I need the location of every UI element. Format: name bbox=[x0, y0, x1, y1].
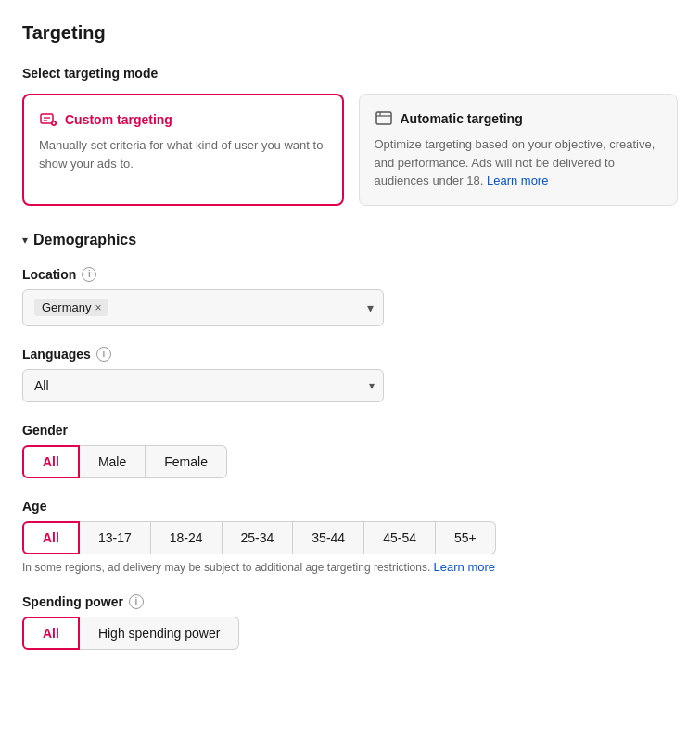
demographics-title: Demographics bbox=[33, 232, 136, 248]
age-hint: In some regions, ad delivery may be subj… bbox=[22, 560, 678, 574]
age-field: Age All 13-17 18-24 25-34 35-44 45-54 55… bbox=[22, 499, 678, 574]
custom-targeting-icon bbox=[39, 110, 57, 129]
age-25-34-button[interactable]: 25-34 bbox=[223, 521, 294, 554]
custom-targeting-card[interactable]: Custom targeting Manually set criteria f… bbox=[22, 94, 344, 206]
location-tag: Germany × bbox=[34, 299, 108, 316]
gender-field: Gender All Male Female bbox=[22, 423, 678, 478]
gender-options: All Male Female bbox=[22, 445, 678, 478]
auto-targeting-description: Optimize targeting based on your objecti… bbox=[375, 135, 663, 190]
age-45-54-button[interactable]: 45-54 bbox=[364, 521, 436, 554]
custom-card-header: Custom targeting bbox=[39, 110, 327, 129]
age-18-24-button[interactable]: 18-24 bbox=[151, 521, 223, 554]
age-35-44-button[interactable]: 35-44 bbox=[293, 521, 364, 554]
demographics-chevron-icon: ▾ bbox=[22, 234, 28, 247]
location-field: Location i Germany × ▾ bbox=[22, 267, 678, 326]
auto-card-header: Automatic targeting bbox=[375, 109, 663, 128]
languages-select-wrapper: All English German French Spanish ▾ bbox=[22, 369, 384, 402]
languages-label: Languages i bbox=[22, 347, 678, 362]
auto-targeting-learn-more[interactable]: Learn more bbox=[487, 173, 548, 187]
languages-select[interactable]: All English German French Spanish bbox=[22, 369, 384, 402]
spending-power-field: Spending power i All High spending power bbox=[22, 594, 678, 650]
custom-targeting-title: Custom targeting bbox=[65, 112, 172, 127]
age-options: All 13-17 18-24 25-34 35-44 45-54 55+ bbox=[22, 521, 678, 554]
demographics-section: ▾ Demographics Location i Germany × ▾ La… bbox=[22, 232, 678, 650]
targeting-modes-container: Custom targeting Manually set criteria f… bbox=[22, 94, 678, 206]
age-55-plus-button[interactable]: 55+ bbox=[436, 521, 496, 554]
languages-field: Languages i All English German French Sp… bbox=[22, 347, 678, 402]
languages-info-icon[interactable]: i bbox=[96, 347, 111, 362]
age-all-button[interactable]: All bbox=[22, 521, 80, 554]
age-learn-more[interactable]: Learn more bbox=[434, 560, 495, 574]
auto-targeting-icon bbox=[375, 109, 393, 128]
automatic-targeting-card[interactable]: Automatic targeting Optimize targeting b… bbox=[359, 94, 679, 206]
location-label: Location i bbox=[22, 267, 678, 282]
demographics-header[interactable]: ▾ Demographics bbox=[22, 232, 678, 248]
location-info-icon[interactable]: i bbox=[82, 267, 96, 282]
location-select[interactable]: Germany × ▾ bbox=[22, 289, 384, 326]
spending-high-button[interactable]: High spending power bbox=[80, 617, 240, 650]
page-title: Targeting bbox=[22, 22, 678, 44]
spending-all-button[interactable]: All bbox=[22, 617, 80, 650]
select-targeting-label: Select targeting mode bbox=[22, 66, 678, 81]
age-label: Age bbox=[22, 499, 678, 514]
age-13-17-button[interactable]: 13-17 bbox=[80, 521, 151, 554]
location-chevron-icon: ▾ bbox=[367, 300, 374, 315]
custom-targeting-description: Manually set criteria for what kind of u… bbox=[39, 136, 327, 172]
svg-rect-6 bbox=[376, 112, 391, 124]
auto-targeting-title: Automatic targeting bbox=[401, 111, 523, 126]
spending-power-label: Spending power i bbox=[22, 594, 678, 609]
gender-label: Gender bbox=[22, 423, 678, 438]
gender-female-button[interactable]: Female bbox=[146, 445, 227, 478]
gender-male-button[interactable]: Male bbox=[80, 445, 146, 478]
location-tag-remove[interactable]: × bbox=[95, 301, 101, 314]
gender-all-button[interactable]: All bbox=[22, 445, 80, 478]
spending-power-options: All High spending power bbox=[22, 617, 678, 650]
svg-rect-0 bbox=[41, 114, 53, 123]
spending-power-info-icon[interactable]: i bbox=[129, 594, 144, 609]
